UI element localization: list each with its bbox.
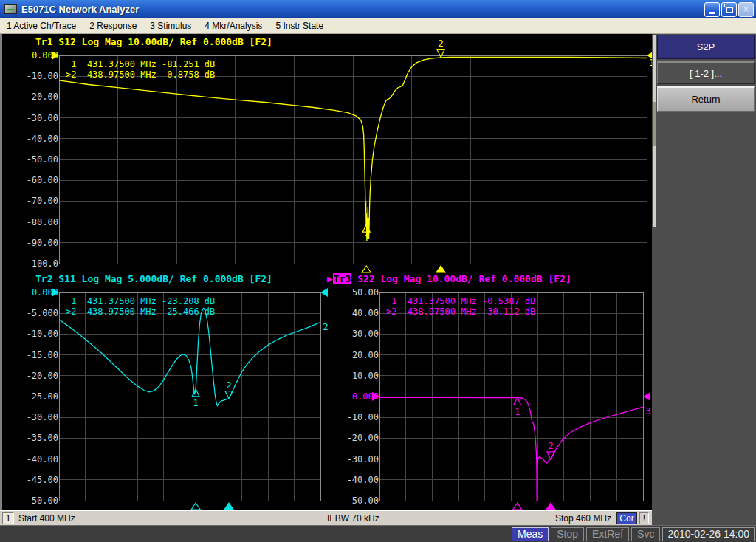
restore-button[interactable] — [721, 2, 737, 17]
menu-bar: 1 Active Ch/Trace 2 Response 3 Stimulus … — [0, 18, 756, 34]
extref-status-badge: ExtRef — [586, 527, 629, 541]
menu-stimulus[interactable]: 3 Stimulus — [143, 18, 198, 33]
svg-text:2: 2 — [548, 441, 553, 451]
reference-level-marker-left[interactable] — [52, 51, 59, 60]
svg-text:1: 1 — [364, 233, 369, 244]
application-window: E5071C Network Analyzer × 1 Active Ch/Tr… — [0, 0, 756, 542]
stimulus-marker-2[interactable] — [224, 503, 233, 510]
instrument-status-bar: Meas Stop ExtRef Svc 2010-02-26 14:00 — [0, 525, 756, 542]
reference-level-marker-left[interactable] — [52, 288, 59, 297]
stop-status-badge: Stop — [551, 527, 584, 541]
stop-frequency: Stop 460 MHz — [555, 513, 611, 524]
reference-level-marker-right[interactable] — [643, 392, 650, 401]
correction-badge: Cor — [616, 512, 637, 524]
menu-instr-state[interactable]: 5 Instr State — [269, 18, 330, 33]
trace1-marker-readout: 1 431.37500 MHz -81.251 dB >2 438.97500 … — [66, 59, 215, 80]
trace3-marker-readout: 1 431.37500 MHz -0.5387 dB >2 438.97500 … — [386, 296, 535, 317]
active-trace-arrow-icon: ▶ — [327, 273, 333, 284]
softkey-1-2-button[interactable]: [ 1-2 ]... — [657, 61, 755, 84]
ifbw-readout: IFBW 70 kHz — [327, 513, 379, 524]
warning-badge: ! — [639, 512, 649, 524]
window-title: E5071C Network Analyzer — [21, 4, 139, 15]
channel-status-bar: 1 Start 400 MHz IFBW 70 kHz Stop 460 MHz… — [0, 510, 652, 525]
meas-status-badge: Meas — [512, 527, 549, 541]
instrument-screen: Tr1 S12 Log Mag 10.00dB/ Ref 0.000dB [F2… — [0, 34, 652, 510]
active-trace-token: Tr3 — [333, 273, 351, 284]
svc-status-badge: Svc — [631, 527, 660, 541]
menu-mkr-analysis[interactable]: 4 Mkr/Analysis — [198, 18, 269, 33]
menu-active-ch-trace[interactable]: 1 Active Ch/Trace — [0, 18, 83, 33]
minimize-button[interactable] — [704, 2, 720, 17]
channel-number: 1 — [2, 512, 14, 524]
trace2-marker-readout: 1 431.37500 MHz -23.208 dB >2 438.97500 … — [66, 296, 215, 317]
minimize-icon — [709, 12, 715, 14]
reference-level-marker-left[interactable] — [372, 392, 379, 401]
marker-2-symbol[interactable]: 2 — [437, 38, 444, 57]
title-bar[interactable]: E5071C Network Analyzer × — [0, 0, 756, 18]
trace-end-number: 3 — [645, 405, 651, 416]
stimulus-marker-2[interactable] — [546, 503, 555, 510]
softkey-return-button[interactable]: Return — [657, 86, 755, 112]
stimulus-marker-1[interactable] — [513, 503, 522, 510]
softkey-menu-title: S2P — [657, 35, 755, 59]
restore-icon — [726, 7, 733, 13]
stimulus-marker-1[interactable] — [362, 266, 371, 272]
stimulus-marker-1[interactable] — [191, 503, 200, 510]
marker-1-symbol[interactable]: 1 — [514, 398, 521, 417]
marker-2-symbol[interactable]: 2 — [547, 441, 554, 459]
svg-text:1: 1 — [515, 407, 520, 417]
app-icon — [4, 4, 17, 14]
close-button[interactable]: × — [738, 2, 754, 17]
stimulus-marker-2[interactable] — [436, 266, 445, 272]
datetime-readout: 2010-02-26 14:00 — [662, 527, 755, 541]
svg-text:2: 2 — [439, 38, 444, 49]
menu-response[interactable]: 2 Response — [83, 18, 143, 33]
softkey-scrollbar[interactable] — [653, 35, 656, 227]
softkey-sidebar: S2P [ 1-2 ]... Return — [652, 34, 756, 525]
start-frequency: Start 400 MHz — [18, 513, 75, 524]
svg-text:1: 1 — [193, 398, 199, 408]
marker-2-symbol[interactable]: 2 — [225, 380, 233, 399]
svg-text:2: 2 — [226, 380, 231, 391]
